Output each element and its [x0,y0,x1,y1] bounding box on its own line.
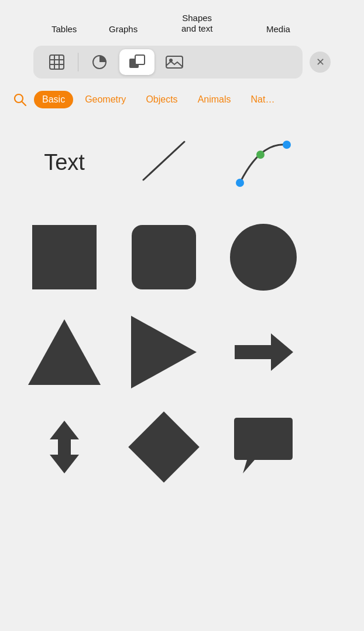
svg-rect-7 [135,55,145,64]
svg-rect-0 [50,55,64,69]
shape-rounded-rect[interactable] [123,219,205,295]
shape-text[interactable]: Text [23,124,105,200]
close-icon: ✕ [316,56,325,69]
shapes-row-4 [12,409,352,485]
shape-diamond[interactable] [123,409,205,485]
shape-circle[interactable] [222,219,304,295]
label-shapes: Shapesand text [181,13,212,34]
svg-point-13 [256,151,265,159]
circle-shape [230,224,297,291]
shape-rectangle[interactable] [23,219,105,295]
shape-triangle-right[interactable] [123,314,205,390]
shape-triangle-up[interactable] [23,314,105,390]
svg-point-15 [236,179,244,187]
rounded-rect-shape [132,225,196,289]
rectangle-shape [32,225,97,289]
toolbar-divider-1 [78,53,78,71]
toolbar: ✕ [0,40,364,84]
tables-icon [49,54,65,70]
triangle-right-shape [131,316,197,388]
shape-line[interactable] [123,124,205,200]
shapes-row-1: Text [12,124,352,200]
diamond-shape [128,411,200,483]
svg-rect-8 [166,56,183,68]
category-animals[interactable]: Animals [190,91,239,108]
tab-shapes[interactable] [119,49,154,75]
top-labels: Tables Graphs Shapesand text Media [0,0,364,40]
category-nav: Basic Geometry Objects Animals Nat… [0,84,364,115]
tab-tables[interactable] [39,49,74,75]
graphs-icon [91,54,108,70]
double-arrow-icon [26,415,102,479]
text-shape-label: Text [44,150,85,175]
shape-speech-bubble[interactable] [222,409,304,485]
category-geometry[interactable]: Geometry [77,91,134,108]
toolbar-inner [33,46,303,79]
shapes-icon [128,54,146,70]
tab-media[interactable] [157,49,192,75]
triangle-up-shape [28,319,101,385]
curve-icon [228,130,298,195]
speech-bubble-icon [228,415,298,479]
shape-double-arrow[interactable] [23,409,105,485]
shapes-row-2 [12,219,352,295]
svg-point-14 [283,141,291,149]
svg-line-11 [22,102,26,106]
shapes-area: Text [0,115,364,513]
search-icon [13,93,26,106]
shape-curve[interactable] [222,124,304,200]
category-objects[interactable]: Objects [138,91,186,108]
category-nature[interactable]: Nat… [243,91,283,108]
line-icon [132,133,196,192]
category-basic[interactable]: Basic [34,91,73,108]
close-button[interactable]: ✕ [310,52,331,73]
search-button[interactable] [9,89,30,110]
media-icon [165,54,184,70]
label-media: Media [266,24,290,34]
shape-arrow-right[interactable] [222,314,304,390]
label-tables: Tables [51,24,77,34]
svg-line-12 [143,142,184,180]
tab-graphs[interactable] [82,49,117,75]
shapes-row-3 [12,314,352,390]
label-graphs: Graphs [109,24,138,34]
arrow-right-icon [229,323,298,381]
